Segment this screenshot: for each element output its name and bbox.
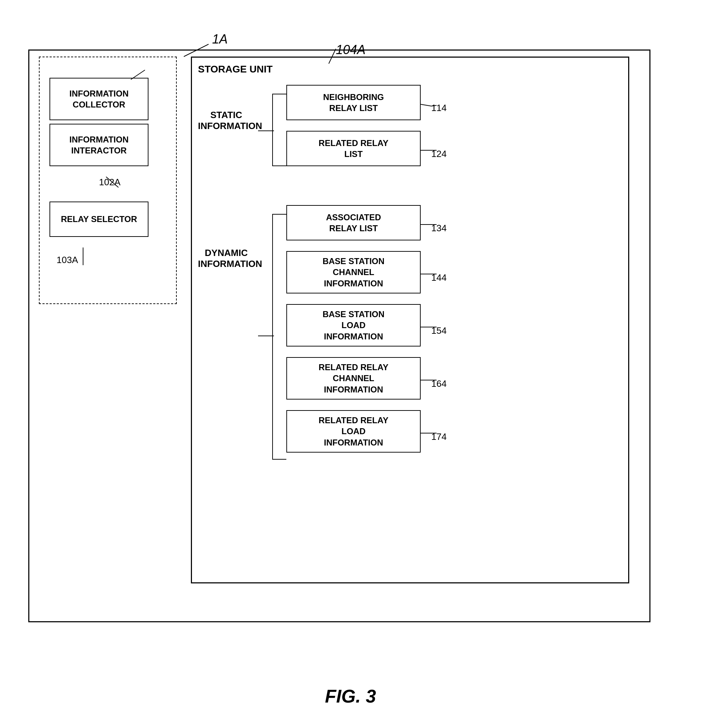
ref-174: 174	[431, 431, 446, 442]
relay-selector-box: RELAY SELECTOR	[49, 202, 149, 237]
ref-144: 144	[431, 272, 446, 283]
bs-channel-info-box: BASE STATION CHANNEL INFORMATION	[286, 251, 421, 293]
fig-caption: FIG. 3	[325, 686, 376, 707]
relay-channel-info-box: RELATED RELAY CHANNEL INFORMATION	[286, 357, 421, 400]
associated-relay-list-label: ASSOCIATED RELAY LIST	[326, 212, 381, 234]
static-bracket	[272, 94, 286, 166]
ref-134: 134	[431, 223, 446, 234]
info-interactor-box: INFORMATION INTERACTOR	[49, 124, 149, 166]
info-collector-box: INFORMATION COLLECTOR	[49, 78, 149, 120]
ref-164: 164	[431, 378, 446, 389]
relay-selector-label: RELAY SELECTOR	[61, 214, 137, 224]
label-1a: 1A	[212, 32, 228, 47]
info-interactor-label: INFORMATION INTERACTOR	[69, 134, 129, 156]
neighboring-relay-list-label: NEIGHBORING RELAY LIST	[323, 92, 384, 114]
static-info-label: STATIC INFORMATION	[198, 110, 255, 131]
storage-label: STORAGE UNIT	[198, 64, 273, 75]
related-relay-list-label: RELATED RELAY LIST	[319, 137, 388, 159]
relay-load-info-box: RELATED RELAY LOAD INFORMATION	[286, 410, 421, 452]
associated-relay-list-box: ASSOCIATED RELAY LIST	[286, 205, 421, 240]
dynamic-bracket	[272, 214, 286, 459]
related-relay-list-box: RELATED RELAY LIST	[286, 131, 421, 166]
bs-load-info-box: BASE STATION LOAD INFORMATION	[286, 304, 421, 347]
label-104a: 104A	[336, 42, 365, 57]
bs-load-info-label: BASE STATION LOAD INFORMATION	[322, 309, 384, 342]
ref-124: 124	[431, 149, 446, 159]
dynamic-info-label: DYNAMIC INFORMATION	[198, 247, 255, 269]
relay-channel-info-label: RELATED RELAY CHANNEL INFORMATION	[319, 362, 388, 395]
relay-load-info-label: RELATED RELAY LOAD INFORMATION	[319, 415, 388, 448]
ref-154: 154	[431, 325, 446, 336]
info-collector-label: INFORMATION COLLECTOR	[69, 88, 129, 110]
label-103a: 103A	[56, 254, 78, 266]
ref-114: 114	[431, 103, 446, 114]
bs-channel-info-label: BASE STATION CHANNEL INFORMATION	[322, 256, 384, 289]
neighboring-relay-list-box: NEIGHBORING RELAY LIST	[286, 85, 421, 120]
label-102a: 102A	[99, 177, 121, 188]
